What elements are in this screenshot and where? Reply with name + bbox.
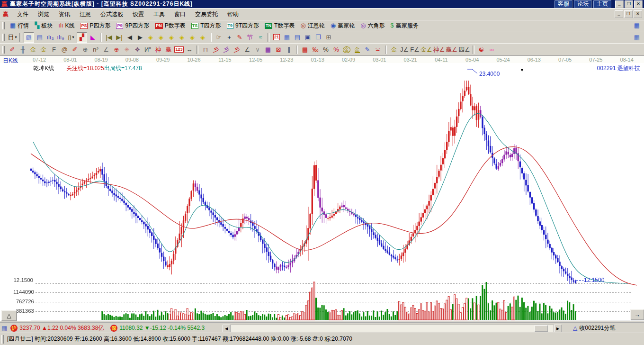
child-restore-button[interactable]: ❐ [624,10,633,18]
star-wheel-button[interactable]: ✳ [122,45,132,54]
qiankun-style-button[interactable]: ▞ [77,32,87,43]
child-close-button[interactable]: ✕ [634,10,642,18]
save-button[interactable]: ▣ [303,33,313,42]
taiji-button[interactable]: ☯ [477,45,486,54]
fan-box-red-button[interactable]: 彡 [232,45,242,54]
gann-wheel-button[interactable]: ◎江恩轮 [298,21,327,30]
menu-formula-stockpick[interactable]: 公式选股 [96,9,128,19]
nine-t-square-button[interactable]: T99T四方形 [224,21,262,30]
first-page-button[interactable]: |◀ [104,33,114,42]
t-number-table-button[interactable]: TNT数字表 [262,21,297,30]
curve-line-button[interactable]: ≈ [256,33,265,42]
print-button[interactable]: ⊞ [324,33,333,42]
winner-service-button[interactable]: $赢家服务 [388,21,420,30]
gann-grid-button[interactable]: ╫ [18,45,27,54]
candle-style-button[interactable]: ▯▾ [66,33,76,42]
percent-button[interactable]: % [321,45,331,54]
shen-angle-button[interactable]: 神∠ [433,45,445,54]
f10-info-button[interactable]: ▤ [35,33,45,42]
span-measure-button[interactable]: ↔ [185,45,194,54]
shen-grid-button[interactable]: 神 [153,45,163,54]
ruler123-button[interactable]: 123 [174,45,184,54]
matrix-view-button[interactable]: ▦ [282,33,292,42]
bars3-button[interactable]: ılı₃ [45,33,55,42]
price-mark-button[interactable]: ✎ [363,45,372,54]
kline-button[interactable]: ılıK线 [56,21,77,30]
win-grid-button[interactable]: 赢 [164,45,173,54]
gold-grid2-button[interactable]: 金 [39,45,48,54]
circle-cycle-button[interactable]: ⊕ [80,45,90,54]
menu-window[interactable]: 窗口 [170,9,190,19]
support-button[interactable]: 客服 [555,0,572,8]
period-day-button-dropdown-icon[interactable]: ▾ [15,35,17,39]
scroll-track[interactable] [230,325,554,332]
fan-lines-button[interactable]: 彡 [211,45,221,54]
diamond-right-button[interactable]: ◈ [156,33,166,42]
forum-button[interactable]: 论坛 [574,0,592,8]
bars9-button[interactable]: ılı₉ [56,33,65,42]
keyboard-panel-button[interactable]: ▦ [632,21,642,30]
next-page-button[interactable]: ▶ [135,33,145,42]
diamond-updown-button[interactable]: ◈ [198,33,207,42]
gold-lines-button[interactable]: 金 [352,45,362,54]
ribbon-button[interactable]: ∞ [487,45,497,54]
scroll-thumb[interactable] [535,325,548,332]
swing-tool-button[interactable]: И″ [143,45,152,54]
gold-grid-button[interactable]: 金 [28,45,38,54]
slant-lines-button[interactable]: ∥ [284,45,294,54]
four-angle-button[interactable]: 四∠ [458,45,470,54]
trend-style-button[interactable]: ◣ [88,33,98,42]
sectors-button[interactable]: ▚板块 [32,21,55,30]
quotes-grid-icon[interactable]: ▦ [1,325,7,332]
menu-help[interactable]: 帮助 [223,9,243,19]
winner-wheel-button[interactable]: ◉赢家轮 [328,21,357,30]
dropdown-marker-icon[interactable]: ▼ [520,68,524,73]
f-angle-button[interactable]: F∠ [410,45,420,54]
percent-table-button[interactable]: ▤ [300,45,310,54]
last-page-button[interactable]: ▶| [115,33,124,42]
box-tool-button[interactable]: ⊓ [201,45,210,54]
period-day-button[interactable]: 日▾ [8,33,17,42]
time-cycle-button[interactable]: ⊕ [112,45,121,54]
quotes-button[interactable]: ▦行情 [8,21,31,30]
festival-line-button[interactable]: 节 [245,33,255,42]
scroll-right-arrow[interactable]: ▶ [554,325,562,332]
angle-fan-button[interactable]: ∠ [242,45,252,54]
menu-news[interactable]: 资讯 [54,9,75,19]
prev-page-button[interactable]: ◀ [125,33,134,42]
f-grid-button[interactable]: F [49,45,59,54]
minimize-button[interactable]: _ [615,0,624,8]
percent-fan-button[interactable]: ‰ [311,45,320,54]
report-view-button[interactable]: ▤ [293,33,302,42]
draw-brush-button[interactable]: ✐ [8,45,17,54]
diamond-left-button[interactable]: ◈ [146,33,155,42]
restore-button[interactable]: ❐ [625,0,633,8]
n2-grid-button[interactable]: n² [91,45,100,54]
horizontal-scrollbar[interactable]: ◀ ▶ [223,325,562,332]
calendar-button[interactable]: 21 [272,33,281,42]
tick-view-label[interactable]: △ 收002291分笔 [573,324,615,332]
square-wheel-button[interactable]: ❖ [133,45,142,54]
diamond-compress-button[interactable]: ◈ [177,33,187,42]
p-square-button[interactable]: PSP四方形 [78,21,113,30]
crosshair-tool-button[interactable]: + [224,33,234,42]
menu-tools[interactable]: 工具 [149,9,170,19]
menu-file[interactable]: 文件 [12,9,33,19]
diamond-expand-button[interactable]: ◈ [167,33,176,42]
pencil-line-button[interactable]: ✎ [235,33,244,42]
menu-browse[interactable]: 浏览 [33,9,54,19]
price-chart-canvas[interactable] [0,63,644,321]
gold-circle-button[interactable]: 金 [342,45,351,54]
t-square-button[interactable]: TST四方形 [189,21,224,30]
menu-settings[interactable]: 设置 [128,9,149,19]
grid-fan-purple-button[interactable]: ▦ [263,45,273,54]
chart-scroll-right-button[interactable]: → [630,309,644,320]
menu-gann[interactable]: 江恩 [75,9,96,19]
fan-box-purple-button[interactable]: 彡 [222,45,231,54]
price-grid-button[interactable]: ≍ [373,45,383,54]
close-button[interactable]: ✕ [634,0,643,8]
diamond-star-button[interactable]: ◈ [188,33,197,42]
spiral-button[interactable]: @ [60,45,69,54]
v-wave-button[interactable]: ∨ [253,45,262,54]
percent-lines-button[interactable]: % [331,45,341,54]
